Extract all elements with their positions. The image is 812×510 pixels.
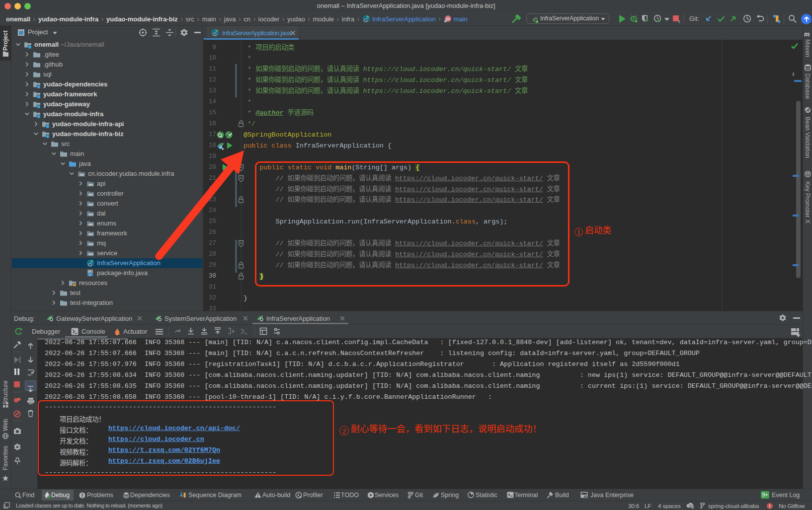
svg-text:3: 3 [678, 20, 680, 23]
svg-text:J: J [89, 274, 90, 277]
